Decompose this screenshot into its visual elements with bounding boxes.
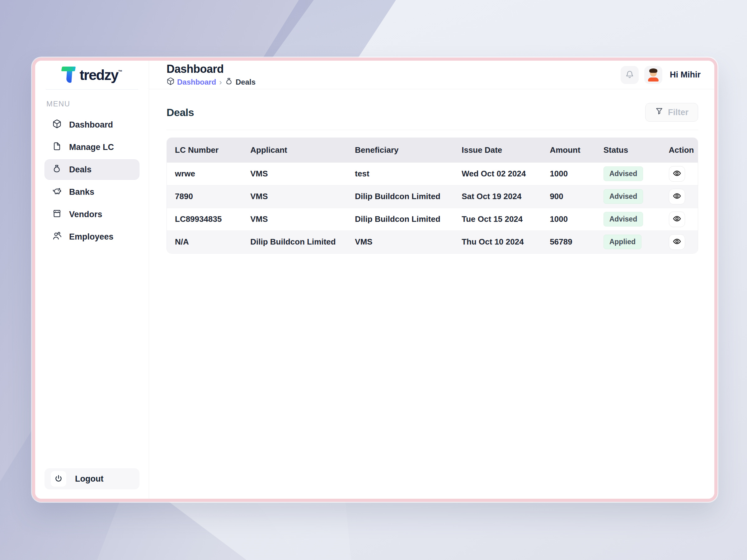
column-header-amount: Amount bbox=[542, 138, 595, 162]
file-icon bbox=[52, 141, 61, 153]
deals-table-body: wrwe VMS test Wed Oct 02 2024 1000 Advis… bbox=[167, 162, 698, 253]
cell-beneficiary: Dilip Buildcon Limited bbox=[347, 208, 454, 231]
cell-amount: 900 bbox=[542, 185, 595, 208]
cell-amount: 56789 bbox=[542, 231, 595, 253]
table-row: 7890 VMS Dilip Buildcon Limited Sat Oct … bbox=[167, 185, 698, 208]
filter-button[interactable]: Filter bbox=[645, 103, 698, 122]
column-header-lc-number: LC Number bbox=[167, 138, 242, 162]
menu-section-label: MENU bbox=[46, 100, 149, 108]
sidebar-item-manage-lc[interactable]: Manage LC bbox=[45, 137, 139, 157]
column-header-status: Status bbox=[595, 138, 661, 162]
cell-amount: 1000 bbox=[542, 208, 595, 231]
power-icon bbox=[51, 471, 66, 486]
logout-button[interactable]: Logout bbox=[45, 468, 139, 489]
sidebar-item-employees[interactable]: Employees bbox=[45, 226, 139, 247]
money-bag-icon bbox=[225, 77, 233, 87]
status-badge: Applied bbox=[603, 235, 642, 249]
users-icon bbox=[52, 231, 61, 243]
section-title: Deals bbox=[166, 106, 194, 118]
eye-icon bbox=[673, 214, 681, 224]
cell-beneficiary: test bbox=[347, 162, 454, 185]
cell-status: Advised bbox=[595, 208, 661, 231]
app-window: tredzy™ MENU Dashboard Manage LC bbox=[32, 58, 717, 502]
top-header: Dashboard Dashboard › Deals bbox=[149, 61, 714, 89]
user-greeting: Hi Mihir bbox=[670, 70, 701, 80]
avatar bbox=[647, 69, 660, 81]
cell-beneficiary: VMS bbox=[347, 231, 454, 253]
view-deal-button[interactable] bbox=[669, 234, 685, 250]
breadcrumb-link-label: Dashboard bbox=[177, 78, 216, 86]
column-header-applicant: Applicant bbox=[242, 138, 347, 162]
cell-applicant: VMS bbox=[242, 162, 347, 185]
sidebar-item-label: Manage LC bbox=[69, 142, 114, 152]
cell-action bbox=[661, 162, 698, 185]
trademark-symbol: ™ bbox=[118, 69, 122, 74]
cell-applicant: VMS bbox=[242, 208, 347, 231]
cell-lc-number: wrwe bbox=[167, 162, 242, 185]
view-deal-button[interactable] bbox=[669, 189, 685, 205]
eye-icon bbox=[673, 192, 681, 201]
cell-applicant: Dilip Buildcon Limited bbox=[242, 231, 347, 253]
cube-icon bbox=[52, 119, 61, 131]
table-row: N/A Dilip Buildcon Limited VMS Thu Oct 1… bbox=[167, 231, 698, 253]
cell-lc-number: N/A bbox=[167, 231, 242, 253]
cell-status: Advised bbox=[595, 185, 661, 208]
brand-name: tredzy™ bbox=[80, 66, 122, 83]
tredzy-logo-icon bbox=[61, 66, 77, 83]
cell-issue-date: Sat Oct 19 2024 bbox=[454, 185, 542, 208]
funnel-icon bbox=[655, 107, 664, 118]
page-title: Dashboard bbox=[166, 62, 256, 76]
cell-action bbox=[661, 185, 698, 208]
cell-issue-date: Thu Oct 10 2024 bbox=[454, 231, 542, 253]
sidebar-item-vendors[interactable]: Vendors bbox=[45, 204, 139, 224]
cell-status: Advised bbox=[595, 162, 661, 185]
eye-icon bbox=[673, 237, 681, 247]
sidebar-item-dashboard[interactable]: Dashboard bbox=[45, 114, 139, 135]
sidebar-item-label: Employees bbox=[69, 232, 113, 242]
sidebar: tredzy™ MENU Dashboard Manage LC bbox=[35, 61, 149, 499]
view-deal-button[interactable] bbox=[669, 212, 685, 227]
notifications-button[interactable] bbox=[621, 66, 639, 84]
filter-label: Filter bbox=[668, 108, 689, 117]
deals-table: LC Number Applicant Beneficiary Issue Da… bbox=[166, 137, 698, 254]
brand-logo: tredzy™ bbox=[35, 61, 149, 89]
breadcrumb-current: Deals bbox=[225, 77, 256, 87]
cell-applicant: VMS bbox=[242, 185, 347, 208]
view-deal-button[interactable] bbox=[669, 166, 685, 182]
cell-action bbox=[661, 231, 698, 253]
logout-label: Logout bbox=[75, 474, 103, 484]
sidebar-item-banks[interactable]: Banks bbox=[45, 182, 139, 202]
storefront-icon bbox=[52, 209, 61, 220]
status-badge: Advised bbox=[603, 189, 643, 204]
sidebar-item-deals[interactable]: Deals bbox=[45, 159, 139, 180]
cell-issue-date: Wed Oct 02 2024 bbox=[454, 162, 542, 185]
money-bag-icon bbox=[52, 164, 61, 176]
cube-icon bbox=[166, 77, 175, 87]
table-header: LC Number Applicant Beneficiary Issue Da… bbox=[167, 138, 698, 162]
column-header-action: Action bbox=[661, 138, 698, 162]
breadcrumb-dashboard[interactable]: Dashboard bbox=[166, 77, 216, 87]
piggy-bank-icon bbox=[52, 186, 61, 198]
status-badge: Advised bbox=[603, 166, 643, 181]
breadcrumb: Dashboard › Deals bbox=[166, 77, 256, 87]
sidebar-nav: Dashboard Manage LC Deals Banks bbox=[35, 114, 149, 247]
main-area: Dashboard Dashboard › Deals bbox=[149, 61, 714, 499]
bell-icon bbox=[625, 70, 634, 80]
cell-amount: 1000 bbox=[542, 162, 595, 185]
profile-button[interactable] bbox=[644, 66, 662, 84]
sidebar-item-label: Dashboard bbox=[69, 120, 113, 130]
cell-lc-number: 7890 bbox=[167, 185, 242, 208]
cell-beneficiary: Dilip Buildcon Limited bbox=[347, 185, 454, 208]
column-header-beneficiary: Beneficiary bbox=[347, 138, 454, 162]
cell-lc-number: LC89934835 bbox=[167, 208, 242, 231]
status-badge: Advised bbox=[603, 212, 643, 226]
chevron-right-icon: › bbox=[219, 77, 222, 87]
breadcrumb-current-label: Deals bbox=[236, 78, 256, 86]
column-header-issue-date: Issue Date bbox=[454, 138, 542, 162]
sidebar-item-label: Banks bbox=[69, 187, 94, 197]
sidebar-item-label: Vendors bbox=[69, 210, 102, 219]
table-row: LC89934835 VMS Dilip Buildcon Limited Tu… bbox=[167, 208, 698, 231]
sidebar-item-label: Deals bbox=[69, 165, 92, 175]
cell-action bbox=[661, 208, 698, 231]
eye-icon bbox=[673, 169, 681, 179]
